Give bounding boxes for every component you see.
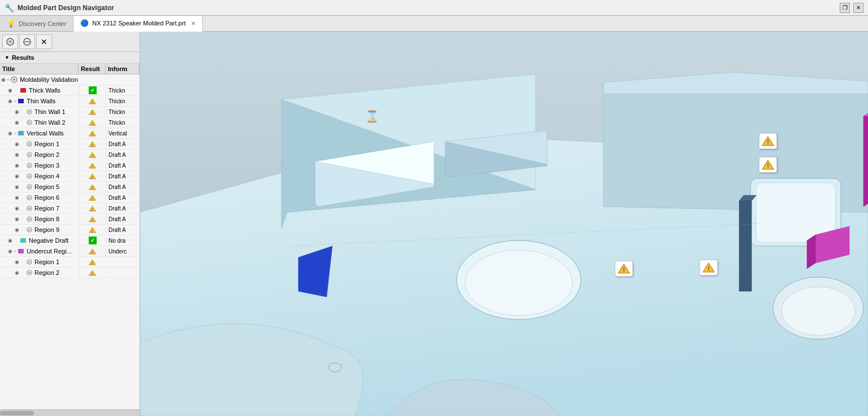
svg-point-54 bbox=[29, 229, 31, 231]
tree-row[interactable]: ◉Region 4!Draft A bbox=[0, 171, 140, 182]
svg-text:!: ! bbox=[767, 163, 769, 169]
col-title: Title bbox=[0, 64, 79, 74]
svg-point-62 bbox=[29, 261, 31, 263]
nx2312-tab-close[interactable]: ✕ bbox=[191, 20, 196, 27]
title-bar: 🔧 Molded Part Design Navigator ❐ ✕ bbox=[0, 0, 868, 16]
svg-text:!: ! bbox=[92, 100, 93, 104]
tab-discovery[interactable]: 💡 Discovery Center bbox=[0, 16, 73, 31]
tree-cell-result: ! bbox=[79, 141, 106, 148]
eye-icon: ◉ bbox=[15, 163, 19, 168]
tree-cell-result bbox=[79, 79, 106, 80]
tree-cell-title: ◉−Moldability Validation bbox=[0, 75, 79, 84]
tree-cell-result: ! bbox=[79, 194, 106, 202]
tree-cell-title: ◉Region 4 bbox=[0, 172, 79, 181]
collapse-arrow[interactable]: ▼ bbox=[5, 55, 10, 60]
svg-point-5 bbox=[13, 78, 15, 81]
svg-point-42 bbox=[29, 197, 31, 199]
tree-row-label: Thin Walls bbox=[27, 98, 55, 104]
tree-cell-result: ! bbox=[79, 226, 106, 234]
warn-badge-2: ! bbox=[759, 157, 777, 173]
tree-area[interactable]: ◉−Moldability Validation◉Thick Walls✓Thi… bbox=[0, 75, 140, 409]
svg-text:!: ! bbox=[623, 266, 625, 273]
tree-row[interactable]: ◉Region 8!Draft A bbox=[0, 214, 140, 225]
tree-row[interactable]: ◉−Undercut Regi...!Underc bbox=[0, 246, 140, 257]
tree-row-label: Undercut Regi... bbox=[27, 248, 71, 255]
tree-cell-inform: Draft A bbox=[106, 162, 140, 169]
tree-cell-inform: Draft A bbox=[106, 216, 140, 223]
tree-row-label: Thin Wall 2 bbox=[34, 119, 66, 126]
results-header: ▼ Results bbox=[0, 52, 140, 64]
collapse-icon[interactable]: − bbox=[14, 98, 16, 104]
tree-row[interactable]: ◉Negative Draft✓No dra bbox=[0, 235, 140, 246]
toolbar-btn-close[interactable]: ✕ bbox=[36, 34, 52, 49]
tree-row[interactable]: ◉−Moldability Validation bbox=[0, 75, 140, 85]
restore-button[interactable]: ❐ bbox=[840, 3, 850, 13]
close-button[interactable]: ✕ bbox=[853, 3, 863, 13]
tree-row-label: Region 2 bbox=[34, 269, 59, 276]
tree-cell-result: ✓ bbox=[79, 86, 106, 95]
col-result: Result bbox=[79, 64, 106, 74]
tree-cell-result: ! bbox=[79, 151, 106, 159]
svg-point-46 bbox=[29, 208, 31, 209]
svg-point-15 bbox=[29, 122, 31, 124]
tree-row[interactable]: ◉−Vertical Walls!Vertical bbox=[0, 128, 140, 139]
toolbar-btn-add[interactable] bbox=[2, 34, 18, 49]
tree-row-label: Thin Wall 1 bbox=[34, 108, 66, 115]
svg-text:!: ! bbox=[708, 265, 710, 272]
tree-row-label: Region 9 bbox=[34, 226, 59, 233]
tree-row[interactable]: ◉Thick Walls✓Thickn bbox=[0, 85, 140, 96]
tree-row[interactable]: ◉Region 9!Draft A bbox=[0, 225, 140, 235]
svg-text:!: ! bbox=[92, 154, 93, 157]
tree-cell-inform: Draft A bbox=[106, 226, 140, 234]
scrollbar[interactable] bbox=[0, 409, 140, 416]
tree-row[interactable]: ◉Thin Wall 1!Thickn bbox=[0, 107, 140, 117]
tree-row-label: Region 5 bbox=[34, 183, 59, 190]
tree-cell-inform: Draft A bbox=[106, 141, 140, 148]
svg-point-30 bbox=[29, 165, 31, 167]
tree-row[interactable]: ◉Region 5!Draft A bbox=[0, 182, 140, 192]
tab-nx2312[interactable]: 🔵 NX 2312 Speaker Molded Part.prt ✕ bbox=[73, 16, 203, 32]
tree-row[interactable]: ◉Region 2! bbox=[0, 268, 140, 278]
tree-row[interactable]: ◉Region 6!Draft A bbox=[0, 192, 140, 203]
tree-cell-title: ◉Region 1 bbox=[0, 257, 79, 266]
collapse-icon[interactable]: − bbox=[14, 248, 16, 254]
tree-cell-inform bbox=[106, 272, 140, 273]
svg-text:!: ! bbox=[92, 272, 93, 275]
main-layout: ✕ ▼ Results Title Result Inform ◉−Moldab… bbox=[0, 32, 868, 416]
svg-rect-86 bbox=[739, 201, 752, 291]
tree-cell-inform: Thickn bbox=[106, 87, 140, 94]
tree-row[interactable]: ◉Region 7!Draft A bbox=[0, 203, 140, 214]
tree-row[interactable]: ◉Thin Wall 2!Thickn bbox=[0, 117, 140, 128]
tree-row[interactable]: ◉Region 3!Draft A bbox=[0, 160, 140, 171]
svg-point-83 bbox=[782, 287, 855, 335]
tree-cell-inform bbox=[106, 261, 140, 262]
svg-rect-7 bbox=[18, 99, 24, 103]
warn-badge-4: ! bbox=[700, 260, 718, 275]
svg-marker-89 bbox=[863, 105, 868, 207]
scrollbar-thumb[interactable] bbox=[0, 411, 34, 415]
tree-row-label: Negative Draft bbox=[29, 237, 68, 244]
tree-row[interactable]: ◉Region 2!Draft A bbox=[0, 150, 140, 160]
svg-text:!: ! bbox=[92, 207, 93, 211]
tree-cell-result: ! bbox=[79, 173, 106, 180]
toolbar-btn-filter[interactable] bbox=[19, 34, 35, 49]
tree-row[interactable]: ◉−Thin Walls!Thickn bbox=[0, 96, 140, 107]
svg-text:!: ! bbox=[92, 250, 93, 254]
tree-cell-inform: Draft A bbox=[106, 205, 140, 212]
svg-text:!: ! bbox=[767, 139, 769, 146]
svg-text:!: ! bbox=[92, 218, 93, 222]
tree-row-label: Moldability Validation bbox=[20, 76, 78, 83]
tree-row[interactable]: ◉Region 1! bbox=[0, 257, 140, 268]
eye-icon: ◉ bbox=[1, 77, 6, 82]
nx2312-tab-icon: 🔵 bbox=[80, 19, 89, 27]
tree-cell-result: ! bbox=[79, 183, 106, 191]
tree-cell-title: ◉Region 8 bbox=[0, 214, 79, 224]
svg-text:!: ! bbox=[92, 186, 93, 190]
eye-icon: ◉ bbox=[15, 141, 19, 147]
svg-rect-57 bbox=[20, 238, 26, 243]
collapse-icon[interactable]: − bbox=[7, 77, 10, 82]
collapse-icon[interactable]: − bbox=[14, 130, 16, 136]
tree-cell-result: ! bbox=[79, 248, 106, 255]
tree-row[interactable]: ◉Region 1!Draft A bbox=[0, 139, 140, 150]
eye-icon: ◉ bbox=[15, 173, 19, 179]
